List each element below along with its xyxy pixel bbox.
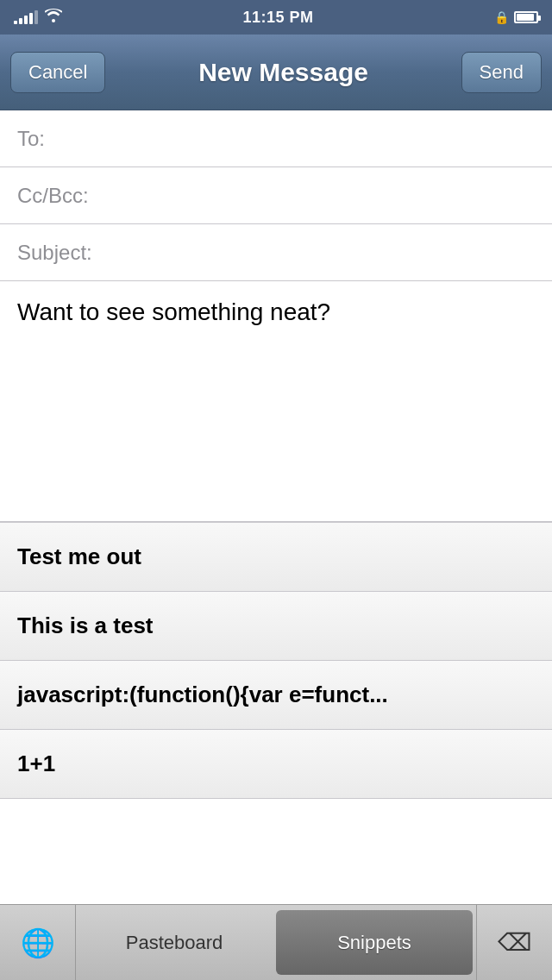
status-time: 11:15 PM [242, 9, 313, 27]
toolbar-tabs: Pasteboard Snippets [76, 905, 476, 980]
suggestions-list: Test me outThis is a testjavascript:(fun… [0, 523, 552, 799]
list-item[interactable]: This is a test [0, 592, 552, 661]
signal-icon [14, 10, 38, 24]
ccbcc-label: Cc/Bcc: [17, 184, 121, 208]
suggestion-text: 1+1 [17, 751, 55, 776]
snippets-tab[interactable]: Snippets [276, 910, 473, 975]
suggestion-text: Test me out [17, 543, 141, 569]
subject-field-row: Subject: [0, 224, 552, 281]
to-field-row: To: [0, 110, 552, 167]
suggestion-text: This is a test [17, 612, 154, 638]
globe-icon: 🌐 [21, 927, 55, 959]
globe-button[interactable]: 🌐 [0, 905, 76, 981]
list-item[interactable]: javascript:(function(){var e=funct... [0, 661, 552, 730]
status-bar: 11:15 PM 🔒 [0, 0, 552, 35]
send-button[interactable]: Send [461, 52, 542, 93]
status-right: 🔒 [494, 10, 538, 24]
subject-input[interactable] [121, 241, 535, 265]
list-item[interactable]: 1+1 [0, 730, 552, 799]
status-left [14, 9, 62, 26]
ccbcc-field-row: Cc/Bcc: [0, 167, 552, 224]
bottom-toolbar: 🌐 Pasteboard Snippets ⌫ [0, 904, 552, 980]
body-text: Want to see something neat? [17, 298, 330, 325]
to-input[interactable] [121, 127, 535, 151]
pasteboard-tab[interactable]: Pasteboard [76, 905, 273, 980]
subject-label: Subject: [17, 241, 121, 265]
list-item[interactable]: Test me out [0, 523, 552, 592]
page-title: New Message [198, 58, 368, 87]
backspace-button[interactable]: ⌫ [476, 905, 552, 981]
to-label: To: [17, 127, 121, 151]
nav-bar: Cancel New Message Send [0, 35, 552, 110]
ccbcc-input[interactable] [121, 184, 535, 208]
battery-icon [514, 11, 538, 23]
suggestion-text: javascript:(function(){var e=funct... [17, 682, 388, 707]
body-area[interactable]: Want to see something neat? [0, 281, 552, 523]
lock-icon: 🔒 [494, 10, 509, 24]
cancel-button[interactable]: Cancel [10, 52, 105, 93]
wifi-icon [45, 9, 62, 26]
